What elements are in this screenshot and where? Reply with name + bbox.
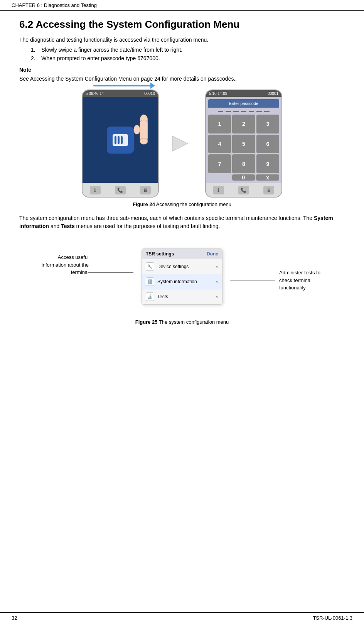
device-settings-label: Device settings: [157, 264, 189, 269]
system-info-icon: ℹ️: [146, 277, 154, 286]
tests-chevron: v: [216, 294, 219, 299]
body-end: menus are used for the purposes of testi…: [75, 223, 220, 229]
body-mid: and: [49, 223, 61, 229]
swipe-arrow: [93, 83, 155, 89]
key-1[interactable]: 1: [208, 115, 231, 134]
passcode-bottom-bar: ℹ 📞 🖥: [206, 183, 281, 197]
passcode-header-label: Enter passcode: [208, 99, 279, 108]
step-2-number: 2.: [31, 55, 40, 61]
figure24-caption: Figure 24 Accessing the configuration me…: [19, 201, 345, 207]
key-3[interactable]: 3: [256, 115, 279, 134]
annotation-right: Administer tests to check terminal funct…: [279, 269, 333, 292]
svg-point-7: [134, 125, 140, 134]
key-6[interactable]: 6: [256, 135, 279, 154]
phone-status-bar: 5 08:46:14 00010: [83, 90, 158, 97]
passcode-screen: Enter passcode 1 2 3 4 5 6: [206, 97, 281, 183]
body-text: The system configuration menu has three …: [19, 214, 345, 230]
keypad: 1 2 3 4 5 6 7 8 9: [208, 115, 279, 173]
figure25-wrapper: Access useful information about the term…: [19, 238, 345, 315]
note-text: See Accessing the System Configuration M…: [19, 76, 345, 82]
passcode-monitor-btn: 🖥: [263, 186, 274, 194]
key-4[interactable]: 4: [208, 135, 231, 154]
key-2[interactable]: 2: [232, 115, 255, 134]
device-settings-chevron: v: [216, 264, 219, 269]
tsr-menu-item-tests[interactable]: 🔬 Tests v: [142, 289, 222, 304]
dot-5: [249, 111, 254, 112]
note-label: Note: [19, 67, 345, 74]
dot-1: [218, 111, 223, 112]
figure24-caption-bold: Figure 24: [133, 201, 155, 207]
tsr-done-button[interactable]: Done: [207, 251, 218, 257]
figure25-caption-text: The system configuration menu: [158, 319, 229, 325]
device-settings-icon: 🔧: [146, 262, 154, 271]
note-section: Note See Accessing the System Configurat…: [19, 67, 345, 82]
passcode-call-btn: 📞: [238, 186, 249, 194]
tsr-settings-title: TSR settings: [146, 251, 174, 257]
passcode-dots: [208, 111, 279, 112]
phone-left-wrapper: 5 08:46:14 00010: [82, 90, 159, 198]
passcode-status-bar: 5 10:14:09 00001: [206, 90, 281, 97]
doc-ref: TSR-UL-0061-1.3: [313, 615, 352, 621]
svg-point-6: [140, 138, 148, 144]
step-1: 1. Slowly swipe a finger across the date…: [31, 47, 345, 53]
figure25-caption-bold: Figure 25: [135, 319, 158, 325]
arrow-svg: [170, 132, 194, 155]
info-btn: ℹ: [90, 186, 101, 194]
monitor-btn: 🖥: [140, 186, 151, 194]
dot-6: [256, 111, 262, 112]
dot-3: [233, 111, 239, 112]
phone-bottom-bar: ℹ 📞 🖥: [83, 183, 158, 197]
passcode-status-right: 00001: [268, 91, 278, 96]
tsr-menu-item-tests-left: 🔬 Tests: [146, 292, 168, 301]
step-1-number: 1.: [31, 47, 40, 53]
phone-screen: [83, 97, 158, 183]
svg-rect-2: [118, 136, 120, 144]
step-2-text: When prompted to enter passcode type 676…: [41, 55, 160, 61]
page-footer: 32 TSR-UL-0061-1.3: [0, 612, 364, 623]
swipe-arrowhead: [150, 83, 155, 89]
tests-icon: 🔬: [146, 292, 154, 301]
tsr-menu-item-device-settings-left: 🔧 Device settings: [146, 262, 189, 271]
svg-marker-8: [172, 136, 188, 151]
tsr-settings-header: TSR settings Done: [142, 249, 222, 259]
system-info-chevron: v: [216, 279, 219, 284]
svg-rect-1: [115, 136, 116, 144]
key-8[interactable]: 8: [232, 154, 255, 173]
body-bold2: Tests: [61, 223, 75, 229]
annotation-right-text: Administer tests to check terminal funct…: [279, 270, 320, 291]
key-0[interactable]: 0: [232, 174, 255, 181]
passcode-info-btn: ℹ: [213, 186, 224, 194]
dot-4: [241, 111, 246, 112]
key-7[interactable]: 7: [208, 154, 231, 173]
svg-rect-3: [121, 136, 123, 144]
annotation-left: Access useful information about the term…: [39, 254, 89, 276]
swipe-line: [93, 85, 150, 86]
intro-text: The diagnostic and testing functionality…: [19, 37, 345, 43]
passcode-status-left: 5 10:14:09: [209, 91, 227, 96]
step-2: 2. When prompted to enter passcode type …: [31, 55, 345, 61]
hand-svg: [132, 112, 153, 151]
tsr-settings-menu: TSR settings Done 🔧 Device settings v ℹ️…: [142, 248, 222, 305]
annotation-line-right-svg: [230, 280, 276, 281]
figure25-caption: Figure 25 The system configuration menu: [19, 319, 345, 325]
call-btn: 📞: [115, 186, 126, 194]
body-intro: The system configuration menu has three …: [19, 215, 314, 221]
hand-finger-illustration: [132, 112, 153, 152]
dot-2: [226, 111, 231, 112]
key-9[interactable]: 9: [256, 154, 279, 173]
tsr-menu-item-system-info[interactable]: ℹ️ System information v: [142, 274, 222, 289]
figure24-caption-text: Accessing the configuration menu: [155, 201, 231, 207]
next-arrow: [170, 132, 194, 155]
chapter-header-text: CHAPTER 6 : Diagnostics and Testing: [12, 2, 97, 8]
key-5[interactable]: 5: [232, 135, 255, 154]
phone-left: 5 08:46:14 00010: [82, 90, 159, 198]
tsr-menu-item-device-settings[interactable]: 🔧 Device settings v: [142, 259, 222, 274]
page-number: 32: [12, 615, 17, 621]
system-info-label: System information: [157, 279, 197, 284]
status-left: 5 08:46:14: [86, 91, 104, 96]
annotation-line-left-svg: [88, 272, 134, 273]
key-x[interactable]: x: [256, 174, 279, 181]
app-icon: [107, 127, 134, 154]
chapter-title: 6.2 Accessing the System Configuration M…: [19, 19, 345, 30]
step-1-text: Slowly swipe a finger across the date/ti…: [41, 47, 182, 53]
